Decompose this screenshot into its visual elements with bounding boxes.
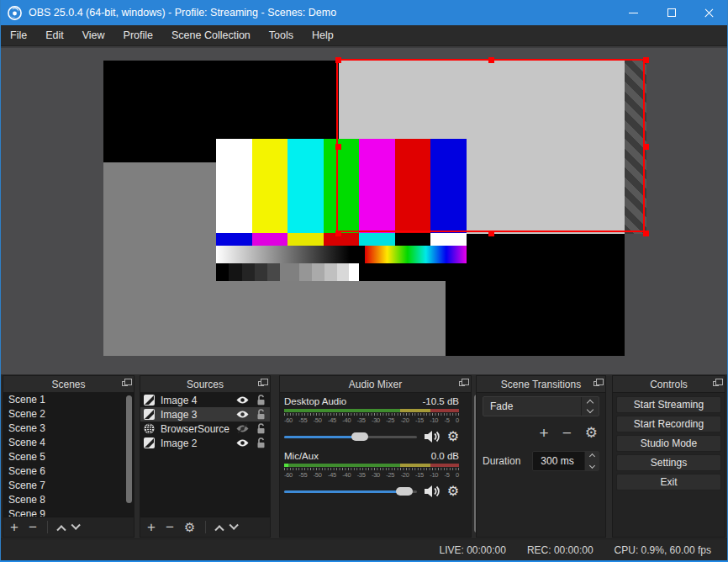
db-tick-label: -30 bbox=[372, 416, 380, 424]
image-icon bbox=[144, 395, 155, 406]
sources-panel-title: Sources bbox=[187, 379, 224, 390]
volume-meter bbox=[284, 464, 459, 467]
menu-item[interactable]: File bbox=[1, 25, 36, 45]
scene-row[interactable]: Scene 8 bbox=[3, 493, 134, 507]
db-tick-label: 0 bbox=[456, 416, 459, 424]
speaker-icon[interactable] bbox=[424, 485, 442, 498]
visibility-eye-icon[interactable] bbox=[236, 438, 249, 448]
transition-select[interactable]: Fade bbox=[483, 396, 599, 416]
scene-row[interactable]: Scene 7 bbox=[3, 479, 134, 493]
duration-down-button[interactable] bbox=[585, 461, 599, 470]
volume-meter bbox=[284, 409, 459, 412]
add-transition-button[interactable]: + bbox=[540, 425, 549, 441]
rec-time: REC: 00:00:00 bbox=[527, 544, 593, 556]
controls-button[interactable]: Exit bbox=[616, 474, 721, 490]
selection-handle-mid-left[interactable] bbox=[335, 144, 341, 150]
source-properties-gear-icon[interactable]: ⚙ bbox=[184, 520, 195, 535]
sources-list[interactable]: Image 4 Image 3 BrowserSource Image 2 bbox=[140, 393, 270, 517]
scene-transitions-panel: Scene Transitions Fade + − ⚙ Duration 30… bbox=[476, 375, 606, 538]
add-source-button[interactable]: + bbox=[147, 520, 156, 534]
channel-settings-gear-icon[interactable]: ⚙ bbox=[447, 430, 459, 443]
remove-transition-button[interactable]: − bbox=[562, 425, 572, 441]
scene-row[interactable]: Scene 1 bbox=[3, 393, 134, 407]
menu-item[interactable]: Edit bbox=[36, 25, 73, 45]
duration-up-button[interactable] bbox=[585, 452, 599, 461]
visibility-eye-icon[interactable] bbox=[236, 410, 249, 419]
close-icon bbox=[704, 8, 715, 19]
remove-source-button[interactable]: − bbox=[166, 520, 174, 534]
controls-button[interactable]: Start Recording bbox=[616, 416, 721, 432]
selection-handle-bottom-left[interactable] bbox=[335, 231, 341, 236]
combobox-spinner[interactable] bbox=[581, 397, 599, 416]
add-scene-button[interactable]: + bbox=[10, 520, 18, 534]
selection-handle-top-right[interactable] bbox=[643, 57, 649, 63]
dock-float-icon[interactable] bbox=[459, 381, 465, 386]
source-row[interactable]: Image 2 bbox=[140, 436, 270, 450]
controls-button[interactable]: Studio Mode bbox=[616, 435, 721, 452]
controls-button[interactable]: Start Streaming bbox=[616, 396, 721, 413]
visibility-eye-icon[interactable] bbox=[236, 395, 249, 405]
dock-float-icon[interactable] bbox=[593, 381, 599, 386]
scene-row[interactable]: Scene 2 bbox=[3, 407, 134, 422]
lock-open-icon[interactable] bbox=[256, 423, 266, 434]
menu-item[interactable]: View bbox=[73, 25, 114, 45]
colorbars-gradient-row bbox=[216, 246, 467, 263]
scene-row[interactable]: Scene 4 bbox=[3, 436, 134, 450]
scene-row[interactable]: Scene 6 bbox=[3, 464, 134, 479]
db-tick-label: -10 bbox=[430, 471, 438, 479]
move-scene-down-button[interactable] bbox=[71, 520, 80, 529]
duration-spinbox[interactable]: 300 ms bbox=[532, 451, 599, 471]
preview-canvas[interactable] bbox=[0, 46, 728, 374]
source-black-rect-bottom[interactable] bbox=[446, 234, 625, 356]
menu-item[interactable]: Tools bbox=[260, 25, 303, 45]
selection-outline[interactable] bbox=[336, 59, 645, 232]
selection-handle-top-left[interactable] bbox=[335, 57, 341, 63]
lock-open-icon[interactable] bbox=[256, 437, 266, 448]
lock-open-icon[interactable] bbox=[256, 409, 266, 420]
menu-item[interactable]: Profile bbox=[114, 25, 162, 45]
toolbar-separator bbox=[205, 521, 206, 533]
dock-float-icon[interactable] bbox=[713, 381, 719, 386]
maximize-button[interactable] bbox=[652, 0, 690, 25]
selection-handle-mid-right[interactable] bbox=[643, 144, 649, 150]
controls-button[interactable]: Settings bbox=[616, 454, 721, 471]
volume-slider-knob[interactable] bbox=[396, 487, 413, 496]
selection-handle-top-mid[interactable] bbox=[488, 57, 494, 63]
menu-item[interactable]: Scene Collection bbox=[162, 25, 260, 45]
scenes-panel: Scenes Scene 1Scene 2Scene 3Scene 4Scene… bbox=[3, 375, 135, 538]
selection-handle-bottom-mid[interactable] bbox=[488, 231, 494, 236]
menu-item[interactable]: Help bbox=[303, 25, 343, 45]
source-row[interactable]: BrowserSource bbox=[140, 422, 270, 436]
dock-float-icon[interactable] bbox=[122, 381, 128, 386]
close-button[interactable] bbox=[690, 0, 728, 25]
source-row[interactable]: Image 4 bbox=[140, 393, 270, 407]
selection-handle-bottom-right[interactable] bbox=[643, 231, 649, 236]
volume-slider[interactable] bbox=[284, 485, 417, 498]
transition-properties-gear-icon[interactable]: ⚙ bbox=[585, 424, 598, 442]
db-tick-label: -25 bbox=[386, 416, 394, 424]
scene-row[interactable]: Scene 9 bbox=[3, 507, 134, 517]
move-source-down-button[interactable] bbox=[229, 520, 239, 529]
visibility-eye-hidden-icon[interactable] bbox=[236, 424, 249, 433]
remove-scene-button[interactable]: − bbox=[29, 520, 37, 534]
channel-settings-gear-icon[interactable]: ⚙ bbox=[447, 485, 459, 498]
channel-name: Desktop Audio bbox=[284, 396, 346, 406]
scenes-scrollbar[interactable] bbox=[126, 395, 132, 503]
volume-slider[interactable] bbox=[284, 430, 417, 443]
transitions-body: Fade + − ⚙ Duration 300 ms bbox=[477, 393, 605, 537]
db-tick-label: -55 bbox=[298, 471, 307, 479]
move-source-up-button[interactable] bbox=[215, 525, 224, 534]
scene-row[interactable]: Scene 3 bbox=[3, 422, 134, 436]
dock-float-icon[interactable] bbox=[258, 381, 264, 386]
lock-open-icon[interactable] bbox=[256, 395, 266, 406]
speaker-icon[interactable] bbox=[424, 430, 442, 443]
scene-row[interactable]: Scene 5 bbox=[3, 450, 134, 464]
scenes-list[interactable]: Scene 1Scene 2Scene 3Scene 4Scene 5Scene… bbox=[3, 393, 134, 517]
minimize-button[interactable] bbox=[615, 0, 652, 25]
move-scene-up-button[interactable] bbox=[56, 525, 66, 534]
db-tick-label: -40 bbox=[342, 471, 351, 479]
source-row-selected[interactable]: Image 3 bbox=[140, 407, 270, 422]
image-icon bbox=[144, 437, 155, 448]
cpu-fps: CPU: 0.9%, 60.00 fps bbox=[615, 544, 711, 556]
volume-slider-knob[interactable] bbox=[351, 432, 368, 441]
